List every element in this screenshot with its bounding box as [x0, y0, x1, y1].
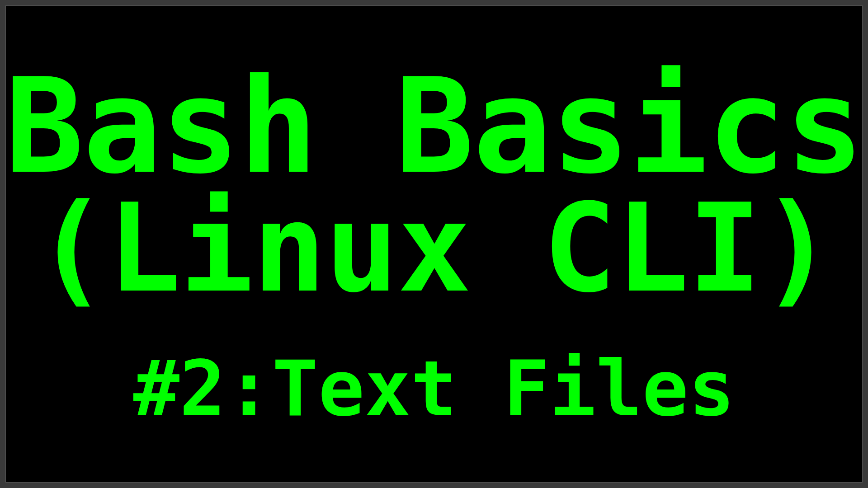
- slide-subtitle: (Linux CLI): [35, 188, 833, 310]
- slide-title: Bash Basics: [5, 61, 863, 192]
- title-slide: Bash Basics (Linux CLI) #2:Text Files: [5, 5, 863, 483]
- slide-episode: #2:Text Files: [133, 350, 735, 427]
